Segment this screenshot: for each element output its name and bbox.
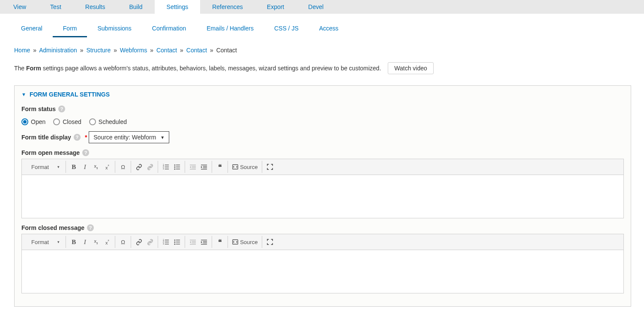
svg-point-31 <box>174 239 175 241</box>
tab-view[interactable]: View <box>1 0 38 14</box>
subtab-emails-handlers[interactable]: Emails / Handlers <box>196 21 264 37</box>
svg-rect-40 <box>190 244 196 244</box>
watch-video-button[interactable]: Watch video <box>388 62 434 74</box>
breadcrumb-current: Contact <box>216 47 237 54</box>
editor-toolbar: Format ▾ B I x₂ x² Ω <box>22 234 623 250</box>
numbered-list-icon[interactable]: 123 <box>161 162 171 172</box>
radio-icon <box>21 118 28 125</box>
superscript-icon[interactable]: x² <box>102 237 112 247</box>
maximize-icon[interactable] <box>265 237 275 247</box>
superscript-icon[interactable]: x² <box>102 162 112 172</box>
radio-scheduled[interactable]: Scheduled <box>89 118 127 125</box>
tab-references[interactable]: References <box>200 0 255 14</box>
breadcrumb-contact-1[interactable]: Contact <box>156 47 177 54</box>
form-title-display-select[interactable]: Source entity: Webform ▼ <box>89 131 169 143</box>
source-button[interactable]: Source <box>231 238 259 246</box>
subtab-confirmation[interactable]: Confirmation <box>142 21 196 37</box>
outdent-icon[interactable] <box>188 237 198 247</box>
required-mark: * <box>85 134 87 141</box>
tab-results[interactable]: Results <box>73 0 117 14</box>
bold-icon[interactable]: B <box>69 237 79 247</box>
blockquote-icon[interactable]: ❝ <box>215 237 225 247</box>
tab-build[interactable]: Build <box>117 0 154 14</box>
indent-icon[interactable] <box>199 162 209 172</box>
form-status-radios: Open Closed Scheduled <box>21 118 624 125</box>
subtab-css-js[interactable]: CSS / JS <box>264 21 309 37</box>
svg-rect-27 <box>165 244 168 244</box>
content-area: Home » Administration » Structure » Webf… <box>0 37 644 307</box>
chevron-down-icon: ▾ <box>57 165 60 169</box>
fieldset-body: Form status ? Open Closed Scheduled <box>15 103 631 306</box>
primary-tabs: View Test Results Build Settings Referen… <box>0 0 644 14</box>
numbered-list-icon[interactable]: 123 <box>161 237 171 247</box>
form-title-display-label: Form title display ? * <box>21 134 87 141</box>
editor-content-area[interactable] <box>22 175 623 218</box>
radio-label: Scheduled <box>99 118 127 125</box>
breadcrumb-webforms[interactable]: Webforms <box>120 47 147 54</box>
help-icon[interactable]: ? <box>58 106 65 112</box>
format-select[interactable]: Format ▾ <box>28 163 63 171</box>
breadcrumb-home[interactable]: Home <box>14 47 30 54</box>
tab-settings[interactable]: Settings <box>155 0 201 14</box>
subscript-icon[interactable]: x₂ <box>91 162 101 172</box>
maximize-icon[interactable] <box>265 162 275 172</box>
svg-rect-20 <box>203 167 207 168</box>
form-status-label: Form status ? <box>21 106 65 112</box>
breadcrumb-sep: » <box>210 47 213 54</box>
svg-rect-15 <box>192 167 195 168</box>
subtab-general[interactable]: General <box>14 21 53 37</box>
breadcrumb-sep: » <box>150 47 153 54</box>
bullet-list-icon[interactable] <box>172 237 182 247</box>
radio-open[interactable]: Open <box>21 118 45 125</box>
editor-content-area[interactable] <box>22 250 623 293</box>
indent-icon[interactable] <box>199 237 209 247</box>
svg-text:3: 3 <box>163 243 164 245</box>
outdent-icon[interactable] <box>188 162 198 172</box>
blockquote-icon[interactable]: ❝ <box>215 162 225 172</box>
radio-label: Open <box>31 118 45 125</box>
link-icon[interactable] <box>134 162 144 172</box>
help-icon[interactable]: ? <box>74 134 81 141</box>
svg-rect-42 <box>201 239 207 240</box>
source-button[interactable]: Source <box>231 163 259 171</box>
special-char-icon[interactable]: Ω <box>118 237 128 247</box>
svg-rect-10 <box>176 166 180 167</box>
label-text: Form title display <box>21 134 71 141</box>
svg-rect-44 <box>203 242 207 243</box>
unlink-icon[interactable] <box>145 162 155 172</box>
bullet-list-icon[interactable] <box>172 162 182 172</box>
svg-rect-39 <box>192 242 195 243</box>
svg-rect-38 <box>192 241 195 242</box>
format-label: Format <box>31 239 49 245</box>
tab-test[interactable]: Test <box>38 0 73 14</box>
subscript-icon[interactable]: x₂ <box>91 237 101 247</box>
select-value: Source entity: Webform <box>93 134 156 141</box>
italic-icon[interactable]: I <box>80 162 90 172</box>
tab-devel[interactable]: Devel <box>296 0 335 14</box>
svg-rect-1 <box>165 164 168 165</box>
svg-marker-41 <box>190 241 191 243</box>
italic-icon[interactable]: I <box>80 237 90 247</box>
label-text: Form closed message <box>21 224 84 231</box>
breadcrumb-administration[interactable]: Administration <box>39 47 77 54</box>
special-char-icon[interactable]: Ω <box>118 162 128 172</box>
help-icon[interactable]: ? <box>82 149 89 156</box>
format-select[interactable]: Format ▾ <box>28 238 63 246</box>
subtab-form[interactable]: Form <box>53 21 87 37</box>
svg-marker-22 <box>201 166 202 168</box>
label-text: Form open message <box>21 149 80 156</box>
radio-closed[interactable]: Closed <box>53 118 81 125</box>
breadcrumb-structure[interactable]: Structure <box>86 47 111 54</box>
desc-bold: Form <box>26 65 41 72</box>
subtab-submissions[interactable]: Submissions <box>87 21 141 37</box>
breadcrumb-contact-2[interactable]: Contact <box>186 47 207 54</box>
subtab-access[interactable]: Access <box>309 21 349 37</box>
link-icon[interactable] <box>134 237 144 247</box>
bold-icon[interactable]: B <box>69 162 79 172</box>
unlink-icon[interactable] <box>145 237 155 247</box>
collapse-icon: ▼ <box>21 92 26 97</box>
fieldset-header[interactable]: ▼ FORM GENERAL SETTINGS <box>15 86 631 103</box>
tab-export[interactable]: Export <box>255 0 296 14</box>
help-icon[interactable]: ? <box>87 224 94 231</box>
source-label: Source <box>240 164 258 170</box>
